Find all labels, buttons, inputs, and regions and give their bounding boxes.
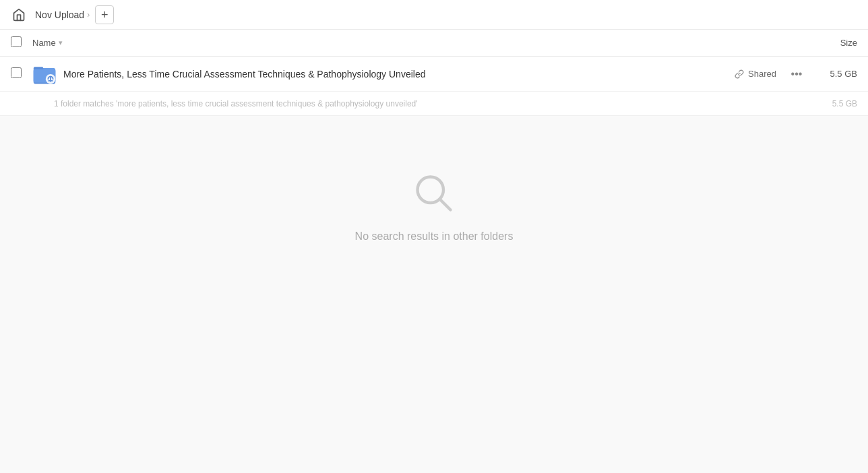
- select-all-checkbox[interactable]: [11, 36, 27, 50]
- svg-line-8: [440, 199, 451, 210]
- summary-size: 5.5 GB: [817, 99, 857, 108]
- column-header: Name ▾ Size: [0, 30, 868, 57]
- home-button[interactable]: [8, 4, 30, 26]
- file-name: More Patients, Less Time Crucial Assessm…: [63, 69, 735, 80]
- add-button[interactable]: +: [95, 5, 114, 24]
- folder-icon: [32, 62, 57, 86]
- size-column-label: Size: [840, 38, 857, 48]
- no-results-icon: [410, 170, 458, 220]
- file-checkbox-input[interactable]: [11, 67, 22, 78]
- shared-badge: Shared: [735, 69, 776, 79]
- summary-row: 1 folder matches 'more patients, less ti…: [0, 92, 868, 116]
- empty-state-message: No search results in other folders: [355, 230, 514, 243]
- breadcrumb-arrow: ›: [87, 10, 90, 20]
- select-all-input[interactable]: [11, 36, 22, 47]
- file-size: 5.5 GB: [817, 69, 857, 79]
- name-column-label: Name: [32, 38, 56, 48]
- empty-state: No search results in other folders: [0, 116, 868, 270]
- shared-label: Shared: [748, 69, 776, 79]
- top-bar: Nov Upload › +: [0, 0, 868, 30]
- more-icon: •••: [791, 68, 803, 80]
- summary-text: 1 folder matches 'more patients, less ti…: [54, 99, 817, 108]
- size-column-header: Size: [803, 38, 857, 48]
- breadcrumb-nov-upload[interactable]: Nov Upload ›: [35, 9, 90, 20]
- breadcrumb-label: Nov Upload: [35, 9, 84, 20]
- link-icon: [735, 69, 744, 79]
- name-column-header[interactable]: Name ▾: [32, 38, 803, 48]
- more-options-button[interactable]: •••: [787, 65, 806, 84]
- file-checkbox[interactable]: [11, 67, 27, 81]
- file-row[interactable]: More Patients, Less Time Crucial Assessm…: [0, 57, 868, 92]
- sort-icon: ▾: [59, 38, 63, 47]
